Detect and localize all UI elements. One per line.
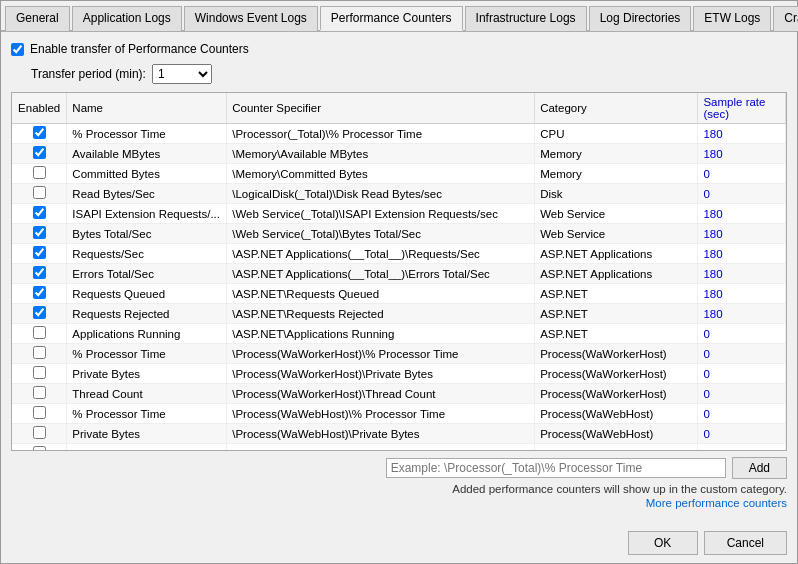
cell-samplerate-14: 0: [698, 404, 786, 424]
cell-specifier-12: \Process(WaWorkerHost)\Private Bytes: [227, 364, 535, 384]
cell-name-9: Requests Rejected: [67, 304, 227, 324]
tab-perf-counters[interactable]: Performance Counters: [320, 6, 463, 31]
tab-crash-dumps[interactable]: Crash Dumps: [773, 6, 798, 31]
cell-name-0: % Processor Time: [67, 124, 227, 144]
row-checkbox-1[interactable]: [33, 146, 46, 159]
row-checkbox-15[interactable]: [33, 426, 46, 439]
table-body: % Processor Time\Processor(_Total)\% Pro…: [12, 124, 786, 451]
dialog: GeneralApplication LogsWindows Event Log…: [0, 0, 798, 564]
table-row: Private Bytes\Process(WaWorkerHost)\Priv…: [12, 364, 786, 384]
cell-specifier-15: \Process(WaWebHost)\Private Bytes: [227, 424, 535, 444]
cell-samplerate-8: 180: [698, 284, 786, 304]
cell-enabled-11: [12, 344, 67, 364]
table-row: ISAPI Extension Requests/...\Web Service…: [12, 204, 786, 224]
row-checkbox-0[interactable]: [33, 126, 46, 139]
table-row: % Processor Time\Process(WaWebHost)\% Pr…: [12, 404, 786, 424]
cell-samplerate-3: 0: [698, 184, 786, 204]
col-header-category: Category: [535, 93, 698, 124]
add-button[interactable]: Add: [732, 457, 787, 479]
tab-etw-logs[interactable]: ETW Logs: [693, 6, 771, 31]
row-checkbox-12[interactable]: [33, 366, 46, 379]
cell-specifier-13: \Process(WaWorkerHost)\Thread Count: [227, 384, 535, 404]
counter-specifier-input[interactable]: [386, 458, 726, 478]
cell-enabled-4: [12, 204, 67, 224]
row-checkbox-13[interactable]: [33, 386, 46, 399]
row-checkbox-11[interactable]: [33, 346, 46, 359]
cell-enabled-7: [12, 264, 67, 284]
tab-app-logs[interactable]: Application Logs: [72, 6, 182, 31]
row-checkbox-6[interactable]: [33, 246, 46, 259]
footer-buttons: OK Cancel: [1, 525, 797, 563]
cell-samplerate-0: 180: [698, 124, 786, 144]
cell-specifier-3: \LogicalDisk(_Total)\Disk Read Bytes/sec: [227, 184, 535, 204]
cancel-button[interactable]: Cancel: [704, 531, 787, 555]
row-checkbox-14[interactable]: [33, 406, 46, 419]
table-row: Errors Total/Sec\ASP.NET Applications(__…: [12, 264, 786, 284]
cell-samplerate-10: 0: [698, 324, 786, 344]
tab-win-events[interactable]: Windows Event Logs: [184, 6, 318, 31]
cell-category-1: Memory: [535, 144, 698, 164]
row-checkbox-3[interactable]: [33, 186, 46, 199]
tab-bar: GeneralApplication LogsWindows Event Log…: [1, 1, 797, 32]
cell-category-9: ASP.NET: [535, 304, 698, 324]
tab-infra-logs[interactable]: Infrastructure Logs: [465, 6, 587, 31]
enable-checkbox[interactable]: [11, 43, 24, 56]
add-row: Add: [11, 457, 787, 479]
row-checkbox-8[interactable]: [33, 286, 46, 299]
table-row: Thread Count\Process(WaWebHost)\Thread C…: [12, 444, 786, 451]
cell-name-7: Errors Total/Sec: [67, 264, 227, 284]
counters-table-container: Enabled Name Counter Specifier Category …: [11, 92, 787, 451]
cell-category-2: Memory: [535, 164, 698, 184]
row-checkbox-4[interactable]: [33, 206, 46, 219]
more-link[interactable]: More performance counters: [11, 497, 787, 509]
row-checkbox-9[interactable]: [33, 306, 46, 319]
row-checkbox-10[interactable]: [33, 326, 46, 339]
table-row: % Processor Time\Processor(_Total)\% Pro…: [12, 124, 786, 144]
cell-enabled-0: [12, 124, 67, 144]
cell-enabled-16: [12, 444, 67, 451]
cell-name-10: Applications Running: [67, 324, 227, 344]
row-checkbox-5[interactable]: [33, 226, 46, 239]
cell-samplerate-5: 180: [698, 224, 786, 244]
col-header-samplerate: Sample rate (sec): [698, 93, 786, 124]
row-checkbox-7[interactable]: [33, 266, 46, 279]
cell-name-4: ISAPI Extension Requests/...: [67, 204, 227, 224]
tab-general[interactable]: General: [5, 6, 70, 31]
cell-enabled-8: [12, 284, 67, 304]
cell-category-7: ASP.NET Applications: [535, 264, 698, 284]
table-row: Read Bytes/Sec\LogicalDisk(_Total)\Disk …: [12, 184, 786, 204]
cell-specifier-10: \ASP.NET\Applications Running: [227, 324, 535, 344]
col-header-name: Name: [67, 93, 227, 124]
cell-name-1: Available MBytes: [67, 144, 227, 164]
cell-enabled-10: [12, 324, 67, 344]
tab-log-dirs[interactable]: Log Directories: [589, 6, 692, 31]
cell-enabled-5: [12, 224, 67, 244]
cell-specifier-7: \ASP.NET Applications(__Total__)\Errors …: [227, 264, 535, 284]
cell-category-6: ASP.NET Applications: [535, 244, 698, 264]
bottom-section: Add Added performance counters will show…: [11, 457, 787, 515]
cell-name-2: Committed Bytes: [67, 164, 227, 184]
cell-enabled-14: [12, 404, 67, 424]
transfer-period-select[interactable]: 1: [152, 64, 212, 84]
cell-enabled-6: [12, 244, 67, 264]
table-scroll[interactable]: Enabled Name Counter Specifier Category …: [12, 93, 786, 450]
cell-samplerate-4: 180: [698, 204, 786, 224]
cell-samplerate-7: 180: [698, 264, 786, 284]
table-row: Thread Count\Process(WaWorkerHost)\Threa…: [12, 384, 786, 404]
ok-button[interactable]: OK: [628, 531, 698, 555]
cell-enabled-9: [12, 304, 67, 324]
cell-name-8: Requests Queued: [67, 284, 227, 304]
cell-category-15: Process(WaWebHost): [535, 424, 698, 444]
table-row: Available MBytes\Memory\Available MBytes…: [12, 144, 786, 164]
cell-name-5: Bytes Total/Sec: [67, 224, 227, 244]
table-row: Requests Queued\ASP.NET\Requests QueuedA…: [12, 284, 786, 304]
cell-specifier-9: \ASP.NET\Requests Rejected: [227, 304, 535, 324]
cell-name-13: Thread Count: [67, 384, 227, 404]
row-checkbox-16[interactable]: [33, 446, 46, 450]
row-checkbox-2[interactable]: [33, 166, 46, 179]
table-row: Requests/Sec\ASP.NET Applications(__Tota…: [12, 244, 786, 264]
table-row: Committed Bytes\Memory\Committed BytesMe…: [12, 164, 786, 184]
col-header-enabled: Enabled: [12, 93, 67, 124]
cell-specifier-2: \Memory\Committed Bytes: [227, 164, 535, 184]
cell-category-10: ASP.NET: [535, 324, 698, 344]
